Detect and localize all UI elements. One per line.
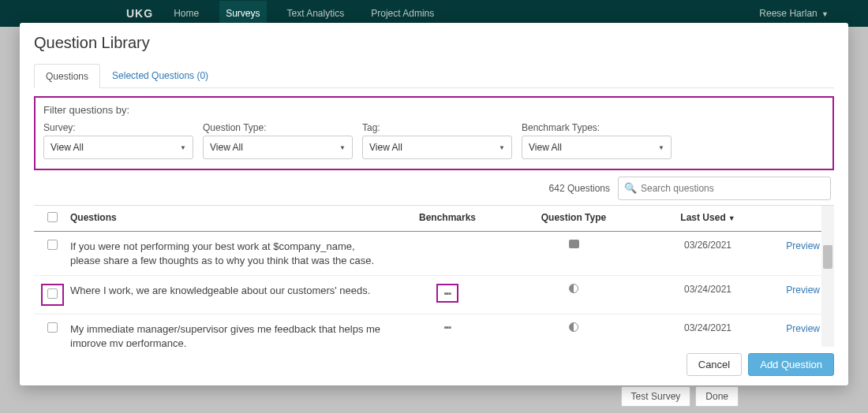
scrollbar-thumb[interactable]: [823, 245, 832, 269]
chevron-down-icon: ▼: [499, 144, 505, 151]
search-input[interactable]: [618, 177, 831, 200]
col-question-type[interactable]: Question Type: [503, 212, 645, 225]
filter-dropdown-1[interactable]: View All▼: [203, 136, 353, 159]
modal-tabs: Questions Selected Questions (0): [34, 63, 834, 88]
filter-label-0: Survey:: [43, 122, 193, 133]
done-button[interactable]: Done: [695, 386, 739, 407]
search-row: 642 Questions 🔍: [34, 177, 834, 200]
tab-questions[interactable]: Questions: [34, 64, 100, 88]
table-row: If you were not performing your best wor…: [34, 232, 834, 276]
last-used-date: 03/26/2021: [645, 240, 771, 251]
background-buttons: Test Survey Done: [621, 386, 739, 407]
col-benchmarks[interactable]: Benchmarks: [392, 212, 503, 225]
question-count: 642 Questions: [549, 183, 610, 194]
search-icon: 🔍: [624, 182, 637, 194]
scrollbar[interactable]: [821, 232, 834, 347]
cancel-button[interactable]: Cancel: [687, 353, 742, 376]
modal-title: Question Library: [34, 34, 834, 52]
chevron-down-icon: ▼: [180, 144, 186, 151]
logo: UKG: [126, 7, 153, 20]
last-used-date: 03/24/2021: [645, 322, 771, 333]
filter-label: Filter questions by:: [43, 104, 825, 116]
benchmark-chart-icon: ▪▪▪: [444, 322, 451, 332]
filter-label-2: Tag:: [362, 122, 512, 133]
add-question-button[interactable]: Add Question: [748, 353, 834, 376]
half-circle-icon: [569, 322, 578, 332]
preview-link[interactable]: Preview: [786, 240, 820, 251]
table-header: Questions Benchmarks Question Type Last …: [34, 206, 834, 232]
modal-footer: Cancel Add Question: [34, 347, 834, 376]
test-survey-button[interactable]: Test Survey: [621, 386, 691, 407]
question-table: Questions Benchmarks Question Type Last …: [34, 205, 834, 347]
half-circle-icon: [569, 284, 578, 293]
table-row: Where I work, we are knowledgeable about…: [34, 276, 834, 314]
preview-link[interactable]: Preview: [786, 323, 820, 334]
filter-dropdown-3[interactable]: View All▼: [522, 136, 672, 159]
preview-link[interactable]: Preview: [786, 285, 820, 296]
row-checkbox[interactable]: [47, 322, 58, 333]
filter-dropdown-2[interactable]: View All▼: [362, 136, 512, 159]
benchmark-chart-icon: ▪▪▪: [444, 288, 451, 298]
col-questions[interactable]: Questions: [70, 212, 392, 225]
table-row: My immediate manager/supervisor gives me…: [34, 314, 834, 347]
comment-icon: [569, 240, 579, 248]
sort-desc-icon: ▼: [728, 214, 735, 222]
col-last-used[interactable]: Last Used▼: [645, 212, 771, 225]
chevron-down-icon: ▼: [339, 144, 346, 151]
last-used-date: 03/24/2021: [645, 284, 771, 295]
filter-box: Filter questions by: Survey:View All▼Que…: [34, 96, 834, 170]
question-library-modal: Question Library Questions Selected Ques…: [20, 23, 848, 385]
filter-dropdown-0[interactable]: View All▼: [43, 136, 193, 159]
filter-label-1: Question Type:: [203, 122, 353, 133]
chevron-down-icon: ▼: [821, 10, 829, 18]
search-box: 🔍: [618, 177, 831, 200]
filter-label-3: Benchmark Types:: [522, 122, 672, 133]
row-checkbox[interactable]: [47, 288, 58, 299]
question-text: My immediate manager/supervisor gives me…: [70, 322, 392, 347]
chevron-down-icon: ▼: [658, 144, 664, 151]
select-all-checkbox[interactable]: [47, 212, 58, 222]
question-text: If you were not performing your best wor…: [70, 240, 392, 267]
user-menu[interactable]: Reese Harlan ▼: [759, 8, 829, 19]
question-text: Where I work, we are knowledgeable about…: [70, 284, 392, 298]
row-checkbox[interactable]: [47, 240, 58, 250]
tab-selected-questions[interactable]: Selected Questions (0): [100, 63, 220, 87]
